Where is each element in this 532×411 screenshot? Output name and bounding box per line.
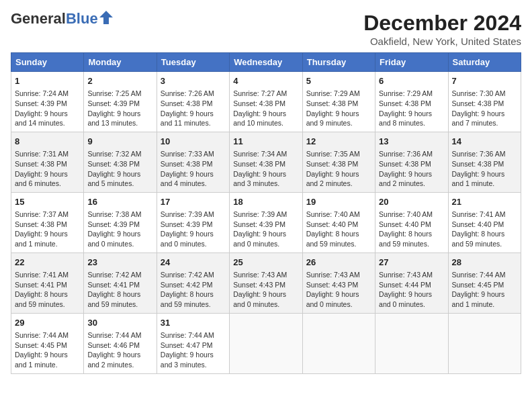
empty-cell — [230, 313, 302, 373]
svg-marker-0 — [99, 11, 113, 24]
weekday-header-monday: Monday — [84, 53, 157, 72]
day-number: 28 — [452, 257, 517, 269]
day-info: Sunrise: 7:38 AMSunset: 4:39 PMDaylight:… — [87, 210, 152, 249]
calendar-week-row: 1Sunrise: 7:24 AMSunset: 4:39 PMDaylight… — [11, 72, 521, 132]
day-info: Sunrise: 7:42 AMSunset: 4:41 PMDaylight:… — [87, 270, 152, 310]
calendar-day-cell: 10Sunrise: 7:33 AMSunset: 4:38 PMDayligh… — [157, 132, 229, 192]
day-number: 23 — [87, 257, 152, 269]
calendar-day-cell: 9Sunrise: 7:32 AMSunset: 4:38 PMDaylight… — [84, 132, 157, 192]
day-info: Sunrise: 7:25 AMSunset: 4:39 PMDaylight:… — [87, 89, 152, 128]
weekday-header-wednesday: Wednesday — [230, 53, 302, 72]
calendar-day-cell: 4Sunrise: 7:27 AMSunset: 4:38 PMDaylight… — [230, 72, 302, 132]
calendar-day-cell: 12Sunrise: 7:35 AMSunset: 4:38 PMDayligh… — [302, 132, 375, 192]
day-number: 19 — [306, 196, 371, 208]
calendar-day-cell: 2Sunrise: 7:25 AMSunset: 4:39 PMDaylight… — [84, 72, 157, 132]
calendar-day-cell: 21Sunrise: 7:41 AMSunset: 4:40 PMDayligh… — [448, 192, 521, 253]
day-info: Sunrise: 7:41 AMSunset: 4:40 PMDaylight:… — [452, 210, 517, 249]
day-info: Sunrise: 7:44 AMSunset: 4:46 PMDaylight:… — [87, 330, 152, 370]
day-number: 7 — [452, 75, 517, 87]
day-info: Sunrise: 7:42 AMSunset: 4:42 PMDaylight:… — [161, 270, 226, 310]
day-number: 9 — [87, 136, 152, 148]
logo-arrow-icon — [99, 11, 113, 24]
day-info: Sunrise: 7:24 AMSunset: 4:39 PMDaylight:… — [15, 89, 80, 128]
weekday-header-sunday: Sunday — [11, 53, 84, 72]
day-number: 3 — [161, 75, 226, 87]
page-header: GeneralBlue December 2024 Oakfield, New … — [11, 11, 521, 47]
day-info: Sunrise: 7:39 AMSunset: 4:39 PMDaylight:… — [161, 210, 226, 249]
day-number: 17 — [161, 196, 226, 208]
day-number: 16 — [87, 196, 152, 208]
day-number: 18 — [233, 196, 298, 208]
calendar-day-cell: 17Sunrise: 7:39 AMSunset: 4:39 PMDayligh… — [157, 192, 229, 253]
day-number: 22 — [15, 257, 80, 269]
day-info: Sunrise: 7:44 AMSunset: 4:47 PMDaylight:… — [161, 330, 226, 370]
day-info: Sunrise: 7:43 AMSunset: 4:44 PMDaylight:… — [379, 270, 444, 310]
day-info: Sunrise: 7:32 AMSunset: 4:38 PMDaylight:… — [87, 149, 152, 189]
day-info: Sunrise: 7:26 AMSunset: 4:38 PMDaylight:… — [161, 89, 226, 128]
day-info: Sunrise: 7:35 AMSunset: 4:38 PMDaylight:… — [306, 149, 371, 189]
day-number: 29 — [15, 317, 80, 329]
calendar-day-cell: 23Sunrise: 7:42 AMSunset: 4:41 PMDayligh… — [84, 253, 157, 313]
day-number: 8 — [15, 136, 80, 148]
calendar-day-cell: 16Sunrise: 7:38 AMSunset: 4:39 PMDayligh… — [84, 192, 157, 253]
empty-cell — [302, 313, 375, 373]
page-title: December 2024 — [363, 11, 521, 36]
calendar-day-cell: 15Sunrise: 7:37 AMSunset: 4:38 PMDayligh… — [11, 192, 84, 253]
day-number: 2 — [87, 75, 152, 87]
calendar-day-cell: 13Sunrise: 7:36 AMSunset: 4:38 PMDayligh… — [375, 132, 448, 192]
calendar-table: SundayMondayTuesdayWednesdayThursdayFrid… — [11, 52, 521, 374]
calendar-day-cell: 18Sunrise: 7:39 AMSunset: 4:39 PMDayligh… — [230, 192, 302, 253]
day-info: Sunrise: 7:43 AMSunset: 4:43 PMDaylight:… — [306, 270, 371, 310]
day-number: 13 — [379, 136, 444, 148]
day-info: Sunrise: 7:29 AMSunset: 4:38 PMDaylight:… — [379, 89, 444, 128]
calendar-day-cell: 7Sunrise: 7:30 AMSunset: 4:38 PMDaylight… — [448, 72, 521, 132]
day-number: 31 — [161, 317, 226, 329]
calendar-day-cell: 26Sunrise: 7:43 AMSunset: 4:43 PMDayligh… — [302, 253, 375, 313]
day-info: Sunrise: 7:44 AMSunset: 4:45 PMDaylight:… — [15, 330, 80, 370]
day-number: 12 — [306, 136, 371, 148]
day-number: 10 — [161, 136, 226, 148]
day-number: 24 — [161, 257, 226, 269]
day-number: 26 — [306, 257, 371, 269]
day-info: Sunrise: 7:44 AMSunset: 4:45 PMDaylight:… — [452, 270, 517, 310]
title-block: December 2024 Oakfield, New York, United… — [363, 11, 521, 47]
empty-cell — [375, 313, 448, 373]
day-info: Sunrise: 7:37 AMSunset: 4:38 PMDaylight:… — [15, 210, 80, 249]
day-info: Sunrise: 7:34 AMSunset: 4:38 PMDaylight:… — [233, 149, 298, 189]
day-info: Sunrise: 7:40 AMSunset: 4:40 PMDaylight:… — [379, 210, 444, 249]
calendar-day-cell: 14Sunrise: 7:36 AMSunset: 4:38 PMDayligh… — [448, 132, 521, 192]
weekday-header-row: SundayMondayTuesdayWednesdayThursdayFrid… — [11, 53, 521, 72]
day-number: 15 — [15, 196, 80, 208]
calendar-day-cell: 1Sunrise: 7:24 AMSunset: 4:39 PMDaylight… — [11, 72, 84, 132]
calendar-day-cell: 11Sunrise: 7:34 AMSunset: 4:38 PMDayligh… — [230, 132, 302, 192]
day-info: Sunrise: 7:43 AMSunset: 4:43 PMDaylight:… — [233, 270, 298, 310]
calendar-day-cell: 20Sunrise: 7:40 AMSunset: 4:40 PMDayligh… — [375, 192, 448, 253]
calendar-day-cell: 29Sunrise: 7:44 AMSunset: 4:45 PMDayligh… — [11, 313, 84, 373]
logo-text: GeneralBlue — [11, 11, 98, 27]
calendar-day-cell: 31Sunrise: 7:44 AMSunset: 4:47 PMDayligh… — [157, 313, 229, 373]
day-number: 20 — [379, 196, 444, 208]
calendar-day-cell: 30Sunrise: 7:44 AMSunset: 4:46 PMDayligh… — [84, 313, 157, 373]
day-info: Sunrise: 7:29 AMSunset: 4:38 PMDaylight:… — [306, 89, 371, 128]
day-number: 30 — [87, 317, 152, 329]
calendar-day-cell: 5Sunrise: 7:29 AMSunset: 4:38 PMDaylight… — [302, 72, 375, 132]
calendar-week-row: 15Sunrise: 7:37 AMSunset: 4:38 PMDayligh… — [11, 192, 521, 253]
calendar-week-row: 8Sunrise: 7:31 AMSunset: 4:38 PMDaylight… — [11, 132, 521, 192]
weekday-header-friday: Friday — [375, 53, 448, 72]
day-number: 1 — [15, 75, 80, 87]
calendar-day-cell: 6Sunrise: 7:29 AMSunset: 4:38 PMDaylight… — [375, 72, 448, 132]
calendar-day-cell: 27Sunrise: 7:43 AMSunset: 4:44 PMDayligh… — [375, 253, 448, 313]
day-info: Sunrise: 7:40 AMSunset: 4:40 PMDaylight:… — [306, 210, 371, 249]
day-number: 4 — [233, 75, 298, 87]
day-number: 11 — [233, 136, 298, 148]
day-number: 5 — [306, 75, 371, 87]
calendar-day-cell: 24Sunrise: 7:42 AMSunset: 4:42 PMDayligh… — [157, 253, 229, 313]
calendar-day-cell: 25Sunrise: 7:43 AMSunset: 4:43 PMDayligh… — [230, 253, 302, 313]
calendar-day-cell: 22Sunrise: 7:41 AMSunset: 4:41 PMDayligh… — [11, 253, 84, 313]
day-number: 14 — [452, 136, 517, 148]
weekday-header-thursday: Thursday — [302, 53, 375, 72]
calendar-week-row: 29Sunrise: 7:44 AMSunset: 4:45 PMDayligh… — [11, 313, 521, 373]
day-info: Sunrise: 7:41 AMSunset: 4:41 PMDaylight:… — [15, 270, 80, 310]
day-info: Sunrise: 7:30 AMSunset: 4:38 PMDaylight:… — [452, 89, 517, 128]
calendar-day-cell: 8Sunrise: 7:31 AMSunset: 4:38 PMDaylight… — [11, 132, 84, 192]
